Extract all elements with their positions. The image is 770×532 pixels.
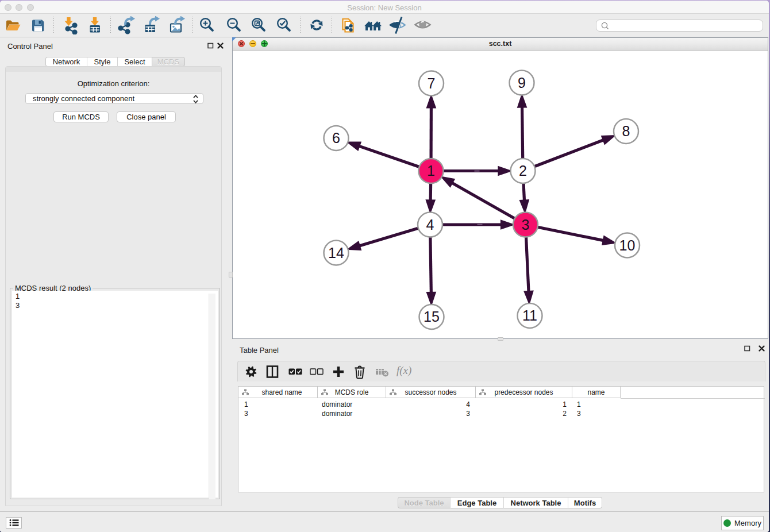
svg-text:11: 11	[522, 307, 537, 323]
svg-text:4: 4	[426, 217, 434, 233]
svg-text:7: 7	[428, 75, 436, 91]
svg-text:14: 14	[328, 245, 344, 261]
svg-text:10: 10	[619, 237, 636, 253]
svg-text:15: 15	[424, 309, 440, 325]
svg-text:1: 1	[427, 163, 435, 179]
svg-text:2: 2	[519, 163, 527, 179]
svg-text:8: 8	[622, 123, 630, 139]
svg-text:3: 3	[522, 217, 530, 233]
svg-text:6: 6	[332, 130, 340, 146]
svg-text:9: 9	[518, 75, 526, 91]
